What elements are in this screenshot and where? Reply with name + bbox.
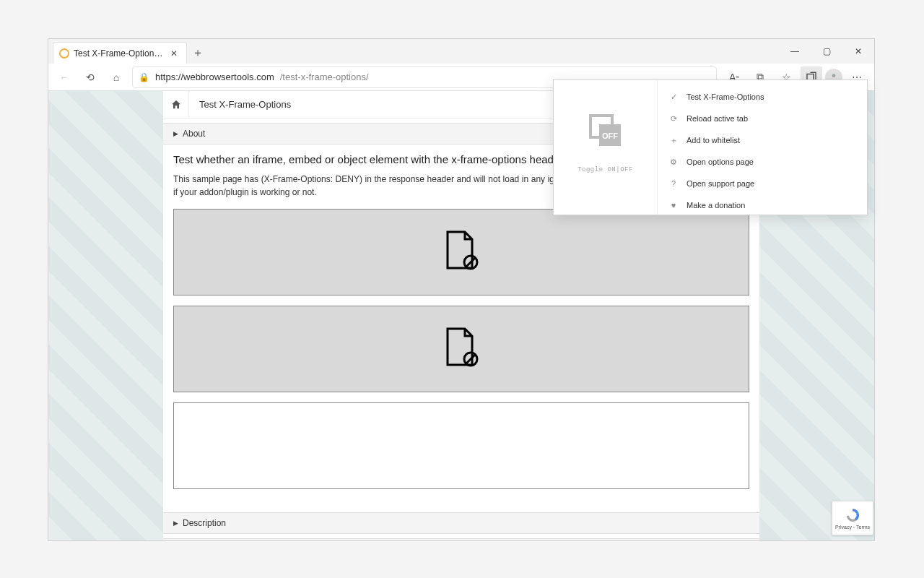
url-host: https://webbrowsertools.com bbox=[155, 72, 274, 82]
ext-item-label: Open support page bbox=[687, 179, 754, 188]
ext-item-donate[interactable]: ♥ Make a donation bbox=[658, 194, 867, 216]
svg-text:OFF: OFF bbox=[602, 131, 618, 140]
url-path: /test-x-frame-options/ bbox=[280, 72, 369, 82]
question-icon: ? bbox=[669, 179, 678, 188]
expand-icon: ▶ bbox=[173, 519, 178, 527]
ext-item-whitelist[interactable]: ＋ Add to whitelist bbox=[658, 129, 867, 151]
refresh-button[interactable]: ⟲ bbox=[80, 67, 100, 87]
tab-title: Test X-Frame-Options :: WebBro… bbox=[74, 48, 165, 59]
breadcrumb-home-button[interactable] bbox=[163, 91, 189, 118]
breadcrumb-title: Test X-Frame-Options bbox=[189, 99, 301, 110]
tab-favicon-icon bbox=[59, 48, 69, 59]
titlebar: Test X-Frame-Options :: WebBro… ✕ ＋ — ▢ … bbox=[48, 39, 874, 64]
ext-item-label: Reload active tab bbox=[687, 114, 748, 123]
section-about-label: About bbox=[183, 129, 205, 139]
lock-icon: 🔒 bbox=[139, 72, 149, 82]
extension-popup: OFF Toggle ON|OFF ✓ Test X-Frame-Options… bbox=[553, 79, 868, 215]
svg-line-2 bbox=[466, 258, 475, 267]
blocked-document-icon bbox=[443, 230, 479, 274]
ext-item-label: Open options page bbox=[687, 158, 754, 166]
home-icon bbox=[170, 99, 182, 111]
ext-item-reload[interactable]: ⟳ Reload active tab bbox=[658, 108, 867, 129]
tab-close-button[interactable]: ✕ bbox=[169, 48, 179, 59]
iframe-blocked-1 bbox=[173, 209, 749, 296]
recaptcha-badge[interactable]: Privacy - Terms bbox=[832, 501, 873, 535]
ext-item-label: Make a donation bbox=[687, 201, 745, 210]
ext-item-label: Test X-Frame-Options bbox=[687, 92, 764, 101]
section-description-label: Description bbox=[183, 518, 226, 528]
blocked-document-icon bbox=[443, 327, 479, 371]
check-icon: ✓ bbox=[669, 92, 678, 102]
extension-off-icon: OFF bbox=[588, 114, 624, 149]
ext-item-label: Add to whitelist bbox=[687, 136, 740, 144]
recaptcha-icon bbox=[845, 507, 860, 523]
close-window-button[interactable]: ✕ bbox=[842, 39, 874, 64]
browser-tab[interactable]: Test X-Frame-Options :: WebBro… ✕ bbox=[53, 42, 187, 64]
section-description[interactable]: ▶ Description bbox=[163, 512, 759, 534]
extension-toggle-panel[interactable]: OFF Toggle ON|OFF bbox=[554, 80, 658, 215]
svg-line-4 bbox=[466, 355, 475, 363]
gear-icon: ⚙ bbox=[669, 158, 678, 167]
minimize-button[interactable]: — bbox=[779, 39, 811, 64]
home-button[interactable]: ⌂ bbox=[106, 67, 126, 87]
heart-icon: ♥ bbox=[669, 201, 678, 210]
section-comments[interactable]: ▶ Comments and feedback bbox=[163, 538, 759, 540]
plus-icon: ＋ bbox=[669, 135, 678, 146]
expand-icon: ▶ bbox=[173, 130, 178, 137]
recaptcha-text: Privacy - Terms bbox=[835, 525, 870, 530]
ext-item-support[interactable]: ? Open support page bbox=[658, 173, 867, 194]
svg-point-0 bbox=[832, 74, 836, 77]
extension-menu: ✓ Test X-Frame-Options ⟳ Reload active t… bbox=[658, 80, 867, 215]
back-button[interactable]: ← bbox=[54, 67, 74, 87]
extension-toggle-label: Toggle ON|OFF bbox=[578, 166, 633, 173]
maximize-button[interactable]: ▢ bbox=[811, 39, 842, 64]
ext-item-options[interactable]: ⚙ Open options page bbox=[658, 151, 867, 173]
iframe-empty bbox=[173, 402, 749, 489]
new-tab-button[interactable]: ＋ bbox=[187, 42, 209, 64]
ext-item-test[interactable]: ✓ Test X-Frame-Options bbox=[658, 86, 867, 108]
reload-icon: ⟳ bbox=[669, 114, 678, 124]
window-controls: — ▢ ✕ bbox=[779, 39, 874, 64]
iframe-blocked-2 bbox=[173, 306, 749, 392]
